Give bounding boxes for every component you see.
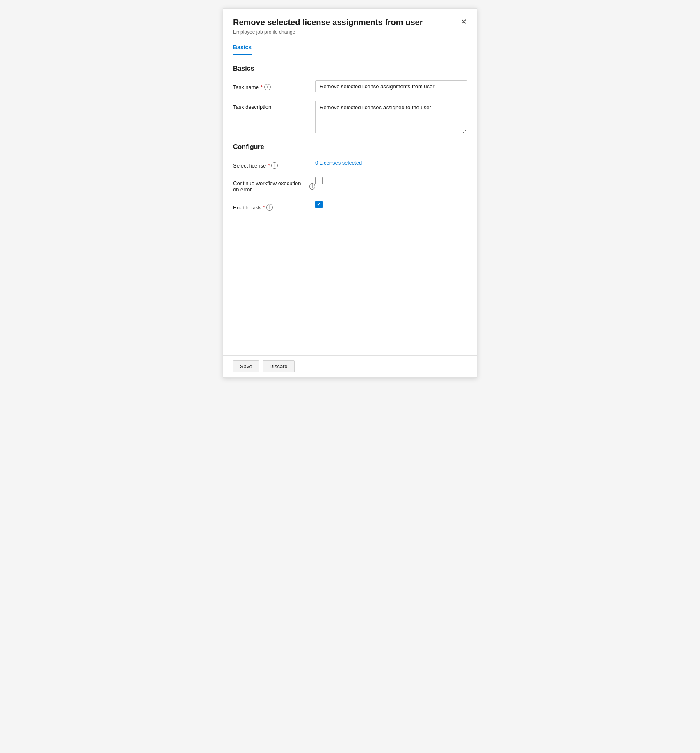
enable-task-checkbox[interactable]: ✓ <box>315 201 323 208</box>
configure-section: Configure Select license * i 0 Licenses … <box>233 143 467 211</box>
task-name-input[interactable] <box>315 80 467 92</box>
task-name-required: * <box>261 84 263 90</box>
task-description-input[interactable] <box>315 101 467 133</box>
enable-task-row: Enable task * i ✓ <box>233 201 467 211</box>
continue-workflow-row: Continue workflow execution on error i <box>233 177 467 193</box>
tabs-bar: Basics <box>223 40 477 55</box>
select-license-link[interactable]: 0 Licenses selected <box>315 160 362 166</box>
task-name-label: Task name * i <box>233 80 315 90</box>
save-button[interactable]: Save <box>233 360 259 372</box>
select-license-control: 0 Licenses selected <box>315 159 467 166</box>
enable-task-label: Enable task * i <box>233 201 315 211</box>
close-button[interactable]: ✕ <box>457 15 470 28</box>
continue-workflow-checkbox[interactable] <box>315 177 323 184</box>
task-name-info-icon[interactable]: i <box>264 84 271 90</box>
configure-section-title: Configure <box>233 143 467 151</box>
dialog-body: Basics Task name * i Task description Co… <box>223 55 477 355</box>
basics-section-title: Basics <box>233 65 467 72</box>
task-description-row: Task description <box>233 101 467 135</box>
dialog-container: Remove selected license assignments from… <box>223 8 477 378</box>
dialog-title: Remove selected license assignments from… <box>233 17 467 28</box>
continue-workflow-info-icon[interactable]: i <box>309 183 315 190</box>
discard-button[interactable]: Discard <box>263 360 295 372</box>
enable-task-info-icon[interactable]: i <box>266 204 273 211</box>
enable-task-required: * <box>263 204 265 211</box>
dialog-subtitle: Employee job profile change <box>233 29 467 35</box>
task-name-control <box>315 80 467 92</box>
task-description-control <box>315 101 467 135</box>
enable-task-control: ✓ <box>315 201 467 208</box>
continue-workflow-label: Continue workflow execution on error i <box>233 177 315 193</box>
task-description-label: Task description <box>233 101 315 110</box>
tab-basics[interactable]: Basics <box>233 40 252 55</box>
select-license-required: * <box>268 163 270 169</box>
checkmark-icon: ✓ <box>317 202 321 207</box>
dialog-header: Remove selected license assignments from… <box>223 9 477 40</box>
close-icon: ✕ <box>461 17 467 26</box>
select-license-label: Select license * i <box>233 159 315 169</box>
task-name-row: Task name * i <box>233 80 467 92</box>
dialog-footer: Save Discard <box>223 355 477 377</box>
select-license-row: Select license * i 0 Licenses selected <box>233 159 467 169</box>
continue-workflow-control <box>315 177 467 184</box>
select-license-info-icon[interactable]: i <box>271 162 278 169</box>
